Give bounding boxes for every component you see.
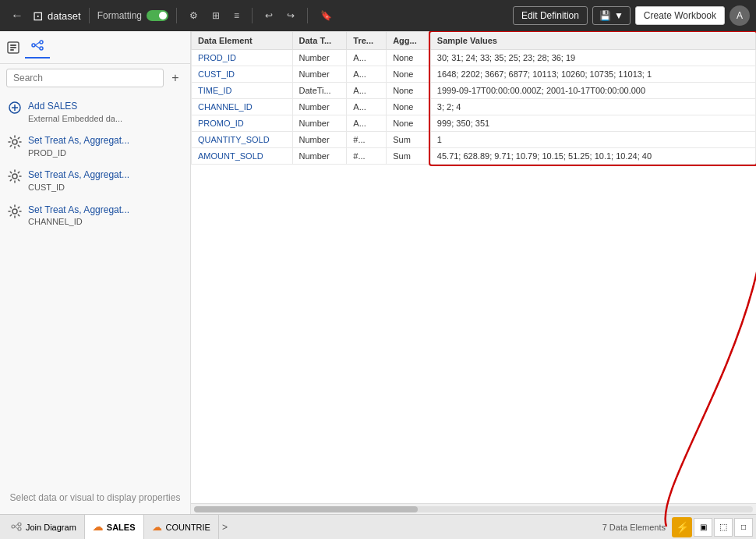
cell-treat-as: A... [347, 115, 387, 132]
list-item[interactable]: Set Treat As, Aggregat... CUST_ID [0, 164, 190, 198]
table-row[interactable]: CUST_ID Number A... None 1648; 2202; 366… [192, 66, 756, 83]
main-wrapper: + Add SALES External Embedded da... [0, 31, 756, 514]
save-button[interactable]: 💾 ▼ [592, 6, 631, 25]
cell-data-type: Number [292, 50, 347, 66]
tab-join-diagram[interactable]: Join Diagram [3, 515, 85, 540]
sidebar-tab-data[interactable] [6, 41, 20, 55]
cell-data-type: DateTi... [292, 83, 347, 99]
table-row[interactable]: PROMO_ID Number A... None 999; 350; 351 [192, 115, 756, 132]
horizontal-scrollbar-area[interactable] [191, 503, 756, 514]
join-diagram-label: Join Diagram [26, 523, 76, 532]
list-view-button[interactable]: ≡ [229, 8, 244, 23]
dataset-icon: ⊡ [33, 9, 43, 23]
cell-treat-as: A... [347, 83, 387, 99]
add-button[interactable]: + [167, 69, 184, 87]
edit-definition-button[interactable]: Edit Definition [513, 6, 588, 25]
cell-treat-as: A... [347, 99, 387, 115]
tab-next-button[interactable]: > [219, 522, 231, 533]
cell-element: QUANTITY_SOLD [192, 132, 293, 148]
svg-rect-2 [10, 47, 16, 48]
bookmark-button[interactable]: 🔖 [316, 8, 337, 23]
cell-sample: 1 [430, 132, 755, 148]
sidebar-item-id: CHANNEL_ID [28, 216, 129, 228]
col-data-type: Data T... [292, 32, 347, 50]
col-data-element: Data Element [192, 32, 293, 50]
view3-button[interactable]: □ [734, 518, 753, 537]
sidebar-item-title: Set Treat As, Aggregat... [28, 168, 129, 182]
cell-data-type: Number [292, 148, 347, 165]
table-row[interactable]: QUANTITY_SOLD Number #... Sum 1 [192, 132, 756, 148]
sidebar-item-text: Set Treat As, Aggregat... CHANNEL_ID [28, 204, 129, 229]
search-input[interactable] [6, 69, 164, 87]
cell-agg: Sum [387, 132, 431, 148]
tab-countries[interactable]: ☁ COUNTRIE [144, 515, 219, 540]
tab-count: 7 Data Elements [596, 523, 672, 532]
table-row[interactable]: CHANNEL_ID Number A... None 3; 2; 4 [192, 99, 756, 115]
list-item[interactable]: Set Treat As, Aggregat... PROD_ID [0, 129, 190, 164]
view1-button[interactable]: ▣ [694, 518, 712, 537]
sidebar-item-text: Set Treat As, Aggregat... PROD_ID [28, 134, 129, 159]
horizontal-scrollbar-track[interactable] [194, 506, 753, 512]
cell-data-type: Number [292, 132, 347, 148]
cell-data-type: Number [292, 66, 347, 83]
bookmark-icon: 🔖 [320, 10, 332, 21]
col-sample-values: Sample Values [430, 32, 755, 50]
countries-label: COUNTRIE [166, 523, 210, 532]
content-area: Data Element Data T... Tre... Agg... Sam… [191, 31, 756, 514]
cell-element: AMOUNT_SOLD [192, 148, 293, 165]
cell-sample: 999; 350; 351 [430, 115, 755, 132]
create-workbook-button[interactable]: Create Workbook [635, 6, 725, 25]
horizontal-scrollbar-thumb[interactable] [194, 506, 418, 512]
table-body: PROD_ID Number A... None 30; 31; 24; 33;… [192, 50, 756, 165]
join-diagram-icon [11, 521, 22, 534]
sidebar-item-text: Add SALES External Embedded da... [28, 100, 122, 125]
svg-line-19 [15, 527, 18, 529]
separator4 [307, 8, 308, 23]
sidebar-tab-connections[interactable] [25, 36, 50, 59]
undo-icon: ↩ [265, 10, 273, 21]
view2-button[interactable]: ⬚ [714, 518, 733, 537]
svg-point-14 [12, 209, 17, 214]
search-row: + [0, 64, 190, 92]
table-row[interactable]: TIME_ID DateTi... A... None 1999-09-17T0… [192, 83, 756, 99]
tab-sales[interactable]: ☁ SALES [85, 515, 144, 540]
gear-icon [8, 135, 22, 149]
brand: ⊡ dataset [33, 9, 81, 23]
table-view-button[interactable]: ⊞ [207, 8, 224, 23]
cell-sample: 1648; 2202; 3667; 6877; 10113; 10260; 10… [430, 66, 755, 83]
cell-agg: None [387, 99, 431, 115]
lightning-action-button[interactable]: ⚡ [672, 517, 692, 537]
sidebar-item-text: Set Treat As, Aggregat... CUST_ID [28, 168, 129, 193]
redo-icon: ↪ [287, 10, 295, 21]
sidebar-footer-text: Select data or visual to display propert… [10, 492, 181, 503]
formatting-toggle[interactable] [147, 10, 168, 21]
cell-sample: 45.71; 628.89; 9.71; 10.79; 10.15; 51.25… [430, 148, 755, 165]
wrench-button[interactable]: ⚙ [185, 8, 203, 23]
avatar-button[interactable]: A [730, 5, 750, 26]
cell-agg: Sum [387, 148, 431, 165]
tabs-bar: Join Diagram ☁ SALES ☁ COUNTRIE > 7 Data… [0, 514, 756, 539]
toolbar: ← ⊡ dataset Formatting ⚙ ⊞ ≡ ↩ ↪ 🔖 Edit … [0, 0, 756, 31]
cell-element: PROMO_ID [192, 115, 293, 132]
data-table-wrapper[interactable]: Data Element Data T... Tre... Agg... Sam… [191, 31, 756, 503]
svg-point-5 [40, 41, 43, 44]
redo-button[interactable]: ↪ [282, 8, 299, 23]
separator2 [176, 8, 177, 23]
svg-line-7 [35, 42, 40, 45]
undo-button[interactable]: ↩ [260, 8, 277, 23]
cell-sample: 1999-09-17T00:00:00.000Z; 2001-10-17T00:… [430, 83, 755, 99]
back-button[interactable]: ← [6, 6, 28, 25]
cell-sample: 3; 2; 4 [430, 99, 755, 115]
list-item[interactable]: Set Treat As, Aggregat... CHANNEL_ID [0, 199, 190, 233]
svg-point-4 [32, 44, 35, 47]
list-item[interactable]: Add SALES External Embedded da... [0, 95, 190, 129]
cell-element: CUST_ID [192, 66, 293, 83]
cell-agg: None [387, 66, 431, 83]
table-row[interactable]: PROD_ID Number A... None 30; 31; 24; 33;… [192, 50, 756, 66]
sidebar-items: Add SALES External Embedded da... Set Tr… [0, 92, 190, 481]
table-row[interactable]: AMOUNT_SOLD Number #... Sum 45.71; 628.8… [192, 148, 756, 165]
cell-agg: None [387, 50, 431, 66]
cell-treat-as: A... [347, 50, 387, 66]
sales-icon: ☁ [93, 521, 103, 533]
svg-point-17 [18, 527, 21, 530]
